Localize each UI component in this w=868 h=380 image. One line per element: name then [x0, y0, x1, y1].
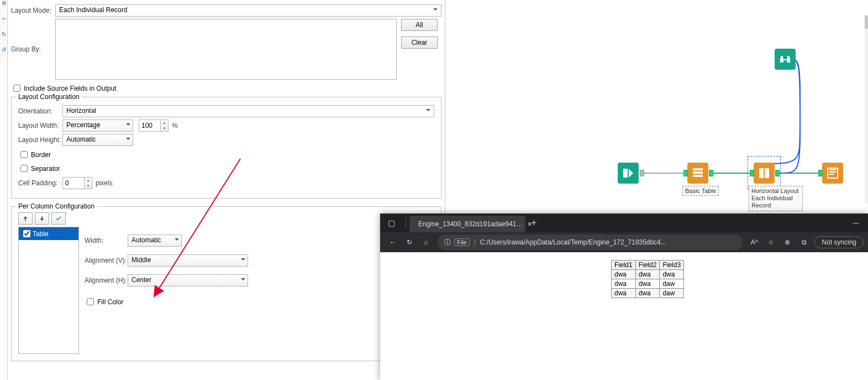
refresh-icon[interactable]: ↻: [0, 31, 8, 39]
node-port[interactable]: [640, 170, 644, 176]
col-av-dropdown[interactable]: Middle: [128, 254, 248, 267]
border-checkbox[interactable]: [20, 151, 28, 158]
undo-icon[interactable]: ↺: [0, 46, 8, 54]
horizontal-layout-label: Horizontal LayoutEach IndividualRecord: [749, 186, 803, 211]
sync-button[interactable]: Not syncing: [814, 236, 864, 248]
input-tool-node[interactable]: [618, 163, 639, 184]
clear-button[interactable]: Clear: [401, 37, 438, 49]
table-row: dwadwadaw: [612, 289, 684, 298]
node-port[interactable]: [750, 170, 754, 176]
cell-padding-value[interactable]: [62, 177, 85, 189]
collections-icon[interactable]: ⧉: [796, 238, 812, 246]
column-list-item-table[interactable]: Table: [19, 227, 78, 240]
column-list-item-label: Table: [33, 230, 49, 238]
border-label: Border: [31, 151, 51, 159]
column-list-item-checkbox[interactable]: [23, 230, 30, 237]
per-column-legend: Per Column Configuration: [16, 202, 97, 210]
horizontal-layout-node[interactable]: [754, 163, 775, 184]
separator-label: Separator: [31, 165, 60, 173]
favorites-icon[interactable]: ⊕: [779, 238, 796, 246]
browser-tab-title: Engine_13400_832d191adae941…: [418, 220, 523, 228]
new-tab-button[interactable]: +: [531, 217, 537, 229]
tab-switcher-icon[interactable]: ▢: [380, 218, 402, 227]
col-ah-dropdown[interactable]: Center: [128, 274, 248, 287]
col-av-label: Alignment (V):: [85, 257, 128, 264]
url-text: C:/Users/irawa/AppData/Local/Temp/Engine…: [480, 238, 666, 246]
col-width-label: Width:: [85, 237, 128, 244]
layout-width-unit: %: [172, 122, 178, 129]
fill-color-checkbox[interactable]: [87, 298, 94, 305]
layout-width-value[interactable]: [139, 119, 161, 132]
file-scheme-chip: File: [454, 238, 470, 246]
col-ah-label: Alignment (H):: [85, 277, 128, 284]
groupby-textarea[interactable]: [55, 19, 397, 80]
layout-mode-dropdown[interactable]: Each Individual Record: [55, 4, 441, 17]
node-port[interactable]: [818, 170, 823, 176]
table-header: Field3: [660, 261, 684, 270]
layout-width-spinner[interactable]: ▲▼: [161, 119, 169, 132]
node-port[interactable]: [775, 170, 780, 176]
separator-checkbox[interactable]: [20, 165, 28, 172]
table-row: dwadwadaw: [612, 279, 684, 289]
layout-config-group: Layout Configuration Orientation: Horizo…: [11, 97, 441, 199]
cell-padding-unit: pixels: [96, 179, 113, 187]
left-rail: ⚙ ‹› ↻ ↺: [0, 0, 8, 380]
fill-color-label: Fill Color: [97, 298, 123, 306]
basic-table-label: Basic Table: [682, 186, 719, 196]
output-table: Field1 Field2 Field3 dwadwadwa dwadwadaw…: [611, 260, 684, 298]
layout-config-legend: Layout Configuration: [16, 93, 82, 101]
orientation-dropdown[interactable]: Horizontal: [62, 105, 434, 117]
layout-height-label: Layout Height:: [18, 136, 62, 144]
move-up-button[interactable]: [18, 212, 33, 225]
gear-icon[interactable]: ⚙: [0, 0, 8, 8]
node-port[interactable]: [683, 170, 688, 176]
include-source-label: Include Source Fields in Output: [24, 85, 116, 92]
column-list[interactable]: Table: [18, 227, 79, 354]
browser-page: Field1 Field2 Field3 dwadwadwa dwadwadaw…: [380, 252, 868, 380]
layout-mode-label: Layout Mode:: [11, 7, 55, 14]
include-source-checkbox[interactable]: [13, 85, 20, 92]
home-button[interactable]: ⌂: [418, 238, 434, 246]
reading-mode-icon[interactable]: Aᴬ: [746, 238, 762, 246]
basic-table-node[interactable]: [687, 163, 708, 184]
layout-height-mode-dropdown[interactable]: Automatic: [62, 134, 133, 146]
table-header: Field1: [612, 261, 636, 270]
bookmark-icon[interactable]: ☆: [762, 238, 779, 246]
move-down-button[interactable]: [35, 212, 49, 225]
browser-toolbar: ← ↻ ⌂ ⓘ File | C:/Users/irawa/AppData/Lo…: [380, 232, 868, 252]
browser-titlebar[interactable]: ▢ Engine_13400_832d191adae941… × + —: [380, 214, 868, 232]
refresh-button[interactable]: ↻: [401, 238, 418, 246]
per-column-group: Per Column Configuration Table Width: Au…: [11, 206, 441, 361]
minimize-button[interactable]: —: [844, 214, 868, 232]
layout-width-mode-dropdown[interactable]: Percentage: [62, 119, 133, 132]
address-bar[interactable]: ⓘ File | C:/Users/irawa/AppData/Local/Te…: [438, 235, 743, 250]
orientation-label: Orientation:: [18, 107, 62, 115]
back-button[interactable]: ←: [385, 238, 401, 246]
browse-tool-node[interactable]: [775, 49, 796, 70]
cell-padding-label: Cell Padding:: [18, 179, 62, 187]
table-row: dwadwadwa: [612, 270, 684, 279]
cell-padding-spinner[interactable]: ▲▼: [85, 177, 92, 189]
col-width-dropdown[interactable]: Automatic: [128, 235, 182, 247]
browser-window: ▢ Engine_13400_832d191adae941… × + — ← ↻…: [380, 214, 868, 380]
table-header: Field2: [635, 261, 660, 270]
layout-width-label: Layout Width:: [18, 122, 62, 129]
confirm-button[interactable]: [51, 212, 66, 225]
all-button[interactable]: All: [401, 19, 438, 31]
node-port[interactable]: [709, 170, 713, 176]
toggle-icon[interactable]: ‹›: [0, 15, 8, 23]
site-info-icon[interactable]: ⓘ: [444, 238, 451, 247]
workflow-canvas[interactable]: Basic Table Horizontal LayoutEach Indivi…: [446, 0, 868, 210]
browser-tab[interactable]: Engine_13400_832d191adae941… ×: [409, 216, 525, 232]
groupby-label: Group By:: [11, 45, 55, 53]
canvas-scrollbar[interactable]: [865, 15, 868, 204]
render-tool-node[interactable]: [822, 163, 843, 184]
